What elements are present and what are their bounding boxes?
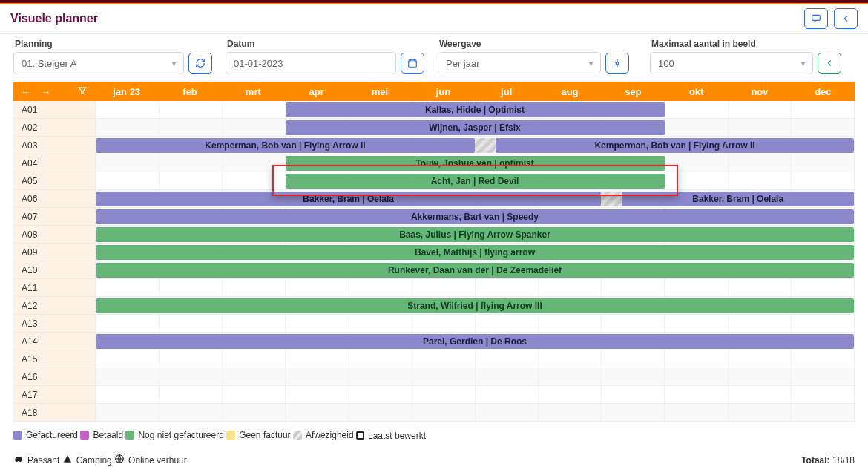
svg-rect-1 (409, 60, 417, 67)
legend-swatch (125, 431, 134, 440)
car-icon (13, 454, 24, 466)
tent-icon (62, 454, 73, 466)
gantt-bar[interactable]: Bavel, Matthijs | flying arrow (96, 245, 854, 260)
row-label: A13 (14, 315, 96, 332)
planning-label: Planning (15, 39, 218, 49)
row-label: A16 (14, 368, 96, 385)
month-header: mei (348, 82, 411, 101)
gantt-row: A10Runkever, Daan van der | De Zeemadeli… (14, 261, 854, 279)
max-label: Maximaal aantal in beeld (651, 39, 855, 49)
month-header: aug (538, 82, 601, 101)
back-arrow-button[interactable] (834, 8, 858, 29)
gantt-bar[interactable]: Kemperman, Bob van | Flying Arrow II (96, 138, 475, 153)
gantt-bar[interactable] (475, 138, 496, 153)
legend-item: Gefactureerd (13, 430, 78, 440)
month-header: mrt (222, 82, 285, 101)
gantt-row: A04Touw, Joshua van | optimist (14, 154, 854, 172)
gantt-bar[interactable]: Parel, Gerdien | De Roos (96, 334, 854, 349)
gantt-row: A08Baas, Julius | Flying Arrow Spanker (14, 226, 854, 244)
row-label: A07 (14, 208, 96, 225)
gantt-row: A14Parel, Gerdien | De Roos (14, 333, 854, 350)
row-label: A18 (14, 404, 96, 421)
gantt-bar[interactable]: Akkermans, Bart van | Speedy (96, 209, 854, 224)
row-label: A15 (14, 350, 96, 368)
prev-arrow-icon[interactable]: ← (21, 86, 30, 97)
month-header: apr (285, 82, 348, 101)
total: Totaal: 18/18 (801, 455, 855, 466)
month-header: okt (665, 82, 728, 101)
go-left-button[interactable] (818, 53, 841, 74)
gantt-bar[interactable]: Kemperman, Bob van | Flying Arrow II (496, 138, 854, 153)
row-label: A11 (14, 279, 96, 296)
page-title: Visuele planner (10, 12, 98, 25)
gantt-row: A16 (14, 368, 854, 386)
gantt-row: A15 (14, 350, 854, 368)
legend-swatch (226, 431, 235, 440)
row-label: A02 (14, 119, 96, 136)
globe-icon (114, 454, 125, 466)
gantt-bar[interactable]: Bakker, Bram | Oelala (96, 192, 601, 206)
legend-item: Betaald (80, 430, 123, 440)
gantt-row: A06Bakker, Bram | OelalaBakker, Bram | O… (14, 190, 854, 208)
row-label: A10 (14, 261, 96, 278)
planning-select[interactable]: 01. Steiger A▾ (13, 52, 184, 74)
weergave-select[interactable]: Per jaar▾ (438, 52, 601, 74)
chat-icon-button[interactable] (804, 8, 828, 29)
weergave-label: Weergave (439, 39, 642, 49)
gantt-row: A18 (14, 404, 854, 422)
gantt-row: A05Acht, Jan | Red Devil (14, 172, 854, 190)
legend-item: Afwezigheid (293, 430, 354, 440)
gantt-bar[interactable]: Acht, Jan | Red Devil (286, 174, 665, 189)
gantt-bar[interactable]: Bakker, Bram | Oelala (622, 192, 854, 206)
legend-icon-item: Online verhuur (114, 454, 187, 466)
gantt-bar[interactable]: Runkever, Daan van der | De Zeemadelief (96, 263, 854, 278)
row-label: A08 (14, 226, 96, 243)
legend-icon-item: Passant (13, 454, 59, 466)
row-label: A17 (14, 386, 96, 403)
gantt-row: A03Kemperman, Bob van | Flying Arrow IIK… (14, 137, 854, 154)
gantt-bar[interactable]: Kallas, Hidde | Optimist (286, 102, 665, 117)
next-arrow-icon[interactable]: → (41, 86, 50, 97)
legend-item: Geen factuur (226, 430, 290, 440)
gantt-bar[interactable]: Strand, Wilfried | flying Arrow III (96, 298, 854, 313)
legend-item: Laatst bewerkt (356, 431, 426, 441)
gantt-row: A02Wijnen, Jasper | Efsix (14, 119, 854, 137)
legend-swatch (80, 431, 89, 440)
gantt-row: A17 (14, 386, 854, 404)
datum-label: Datum (227, 39, 430, 49)
row-label: A09 (14, 244, 96, 261)
gantt-row: A07Akkermans, Bart van | Speedy (14, 208, 854, 226)
calendar-button[interactable] (401, 53, 424, 74)
gantt-bar[interactable]: Baas, Julius | Flying Arrow Spanker (96, 227, 854, 242)
month-header: jun (412, 82, 475, 101)
month-header: nov (728, 82, 791, 101)
gantt-row: A11 (14, 279, 854, 297)
refresh-button[interactable] (188, 53, 212, 74)
legend-item: Nog niet gefactureerd (125, 430, 223, 440)
gantt-bar[interactable] (601, 192, 622, 206)
row-label: A01 (14, 101, 96, 118)
gantt-row: A12Strand, Wilfried | flying Arrow III (14, 297, 854, 315)
legend-swatch (356, 431, 364, 440)
month-header: jan 23 (95, 82, 158, 101)
datum-input[interactable]: 01-01-2023 (226, 52, 396, 74)
gantt-row: A09Bavel, Matthijs | flying arrow (14, 244, 854, 261)
filter-icon[interactable] (77, 85, 88, 98)
month-header: dec (792, 82, 855, 101)
legend-icon-item: Camping (62, 454, 112, 466)
gantt-bar[interactable]: Wijnen, Jasper | Efsix (286, 120, 665, 135)
row-label: A04 (14, 154, 96, 172)
row-label: A14 (14, 333, 96, 350)
row-label: A05 (14, 172, 96, 189)
chevron-down-icon: ▾ (801, 59, 805, 68)
pin-button[interactable] (605, 53, 629, 74)
row-label: A12 (14, 297, 96, 314)
month-header: jul (475, 82, 538, 101)
max-select[interactable]: 100▾ (650, 52, 813, 74)
gantt-row: A13 (14, 315, 854, 333)
gantt-bar[interactable]: Touw, Joshua van | optimist (286, 156, 665, 171)
legend-swatch (293, 431, 302, 440)
month-header: feb (158, 82, 221, 101)
row-label: A06 (14, 190, 96, 207)
row-label: A03 (14, 137, 96, 154)
